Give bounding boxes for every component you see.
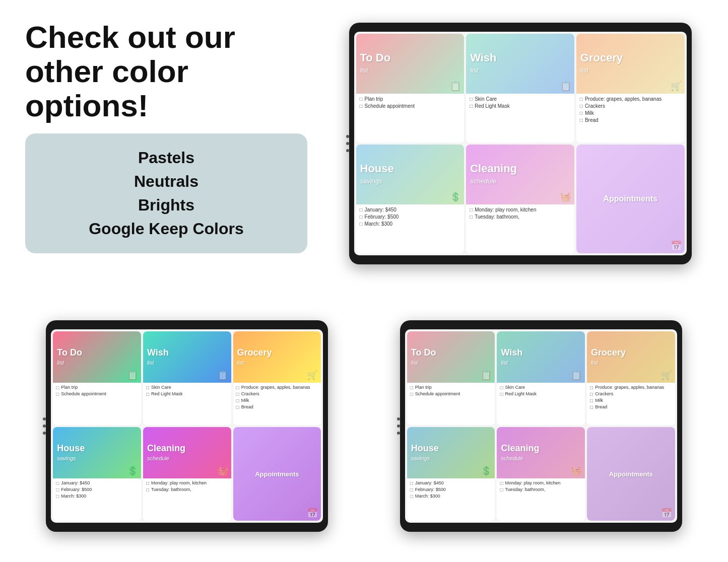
cell-grocery-bright: Grocerylist 🛒 Produce: grapes, apples, b… [233, 331, 321, 425]
tablet-screen-neutral: To Dolist 📋 Plan trip Schedule appointme… [405, 329, 677, 523]
cell-header: Wishlist 📋 [143, 331, 231, 383]
cell-cleaning-header: Cleaningschedule 🧺 [466, 145, 574, 204]
cell-body: Monday: play room, kitchen Tuesday: bath… [497, 478, 585, 521]
cell-body: Monday: play room, kitchen Tuesday: bath… [143, 478, 231, 521]
cell-appt-title: Appointments [603, 195, 657, 203]
cell-todo-neutral: To Dolist 📋 Plan trip Schedule appointme… [407, 331, 495, 425]
cell-title: Grocerylist [237, 348, 272, 366]
cell-icon: 💲 [127, 465, 138, 476]
list-item: February: $500 [410, 487, 492, 493]
cell-todo-title: To Dolist [360, 52, 391, 75]
tablet-dots-left [43, 417, 46, 435]
tablet-neutral: To Dolist 📋 Plan trip Schedule appointme… [400, 320, 682, 532]
list-item: March: $300 [56, 494, 138, 499]
cell-header: Housesavings 💲 [407, 427, 495, 478]
list-item: Monday: play room, kitchen [146, 480, 228, 486]
cell-todo-bright: To Dolist 📋 Plan trip Schedule appointme… [53, 331, 141, 425]
appt-icon: 📅 [671, 240, 682, 251]
cell-title: Cleaningschedule [147, 444, 185, 462]
cell-header: Grocerylist 🛒 [233, 331, 321, 383]
cell-body: January: $450 February: $500 March: $300 [53, 478, 141, 521]
cell-appt-neutral: Appointments 📅 [587, 427, 675, 521]
cell-house-body: January: $450 February: $500 March: $300 [356, 204, 465, 253]
right-panel: To Dolist 📋 Plan trip Schedule appointme… [322, 10, 718, 277]
list-item: Tuesday: bathroom, [146, 487, 228, 493]
bottom-section: To Dolist 📋 Plan trip Schedule appointme… [10, 285, 718, 562]
tablet-dots-right [397, 417, 400, 435]
tablet-dot [43, 432, 46, 435]
cell-body: Plan trip Schedule appointment [407, 383, 495, 425]
house-icon: 💲 [450, 191, 461, 202]
cell-icon: 📋 [217, 370, 228, 381]
list-item: Tuesday: bathroom, [500, 487, 582, 493]
tablet-dot [397, 425, 400, 428]
cell-body: Skin Care Red Light Mask [497, 383, 585, 425]
list-item: Crackers [590, 391, 672, 397]
cell-title: Appointments [255, 471, 299, 477]
cell-wish-item-1: Skin Care [470, 96, 571, 102]
todo-icon: 📋 [450, 81, 461, 92]
list-item: Milk [236, 398, 318, 403]
color-options-box: Pastels Neutrals Brights Google Keep Col… [25, 133, 307, 253]
cell-grocery-body: Produce: grapes, apples, bananas Cracker… [576, 94, 685, 143]
tablet-dot [346, 149, 349, 152]
list-item: Schedule appointment [410, 391, 492, 397]
cell-todo-header: To Dolist 📋 [356, 34, 465, 94]
cell-icon: 💲 [481, 465, 492, 476]
cell-icon: 📋 [127, 370, 138, 381]
cell-header: To Dolist 📋 [407, 331, 495, 383]
cell-cleaning-title: Cleaningschedule [470, 163, 517, 185]
tablet-dot [397, 432, 400, 435]
left-panel: Check out our other color options! Paste… [10, 10, 322, 277]
wish-icon: 📋 [560, 81, 571, 92]
cell-title: Wishlist [147, 348, 169, 366]
list-item: March: $300 [410, 494, 492, 499]
cell-grocery-item-2: Crackers [580, 103, 681, 109]
tablet-dot [346, 142, 349, 145]
cell-header: Cleaningschedule 🧺 [143, 427, 231, 478]
cell-grocery-title: Grocerylist [580, 52, 623, 75]
cell-icon: 📅 [661, 508, 672, 519]
cell-house-item-3: March: $300 [360, 221, 461, 227]
cell-cleaning-item-2: Tuesday: bathroom, [470, 214, 571, 220]
tablet-pastel: To Dolist 📋 Plan trip Schedule appointme… [349, 23, 692, 264]
cell-house-bright: Housesavings 💲 January: $450 February: $… [53, 427, 141, 521]
cell-todo-item-2: Schedule appointment [360, 103, 461, 109]
cell-todo-body: Plan trip Schedule appointment [356, 94, 465, 143]
cell-header: To Dolist 📋 [53, 331, 141, 383]
cell-appt-bright: Appointments 📅 [233, 427, 321, 521]
cell-header: Appointments 📅 [233, 427, 321, 521]
cell-icon: 📋 [571, 370, 582, 381]
cell-wish-title: Wishlist [470, 52, 496, 75]
cell-header: Grocerylist 🛒 [587, 331, 675, 383]
list-item: February: $500 [56, 487, 138, 493]
list-item: Red Light Mask [146, 391, 228, 397]
list-item: Bread [590, 404, 672, 410]
list-item: Plan trip [56, 385, 138, 390]
color-option-brights: Brights [50, 196, 282, 215]
list-item: January: $450 [410, 480, 492, 486]
cell-cleaning-item-1: Monday: play room, kitchen [470, 207, 571, 213]
cell-body: Plan trip Schedule appointment [53, 383, 141, 425]
cell-wish-neutral: Wishlist 📋 Skin Care Red Light Mask [497, 331, 585, 425]
cell-grocery-item-3: Milk [580, 110, 681, 116]
cell-title: Appointments [609, 471, 653, 477]
cell-grocery-header: Grocerylist 🛒 [576, 34, 685, 94]
cell-title: Housesavings [411, 444, 439, 462]
tablet-dot [397, 417, 400, 420]
list-item: Skin Care [500, 385, 582, 390]
cell-house-title: Housesavings [360, 163, 394, 185]
cell-todo-item-1: Plan trip [360, 96, 461, 102]
cell-grocery: Grocerylist 🛒 Produce: grapes, apples, b… [576, 34, 685, 143]
headline: Check out our other color options! [25, 20, 307, 123]
list-item: Produce: grapes, apples, bananas [236, 385, 318, 390]
cell-todo: To Dolist 📋 Plan trip Schedule appointme… [356, 34, 465, 143]
tablet-dot [43, 417, 46, 420]
tablet-dot [346, 135, 349, 138]
grocery-icon: 🛒 [671, 81, 682, 92]
cell-icon: 📋 [481, 370, 492, 381]
cell-wish-body: Skin Care Red Light Mask [466, 94, 574, 143]
color-option-googlekeep: Google Keep Colors [50, 220, 282, 238]
tablet-screen-bright: To Dolist 📋 Plan trip Schedule appointme… [51, 329, 323, 523]
cell-header: Wishlist 📋 [497, 331, 585, 383]
